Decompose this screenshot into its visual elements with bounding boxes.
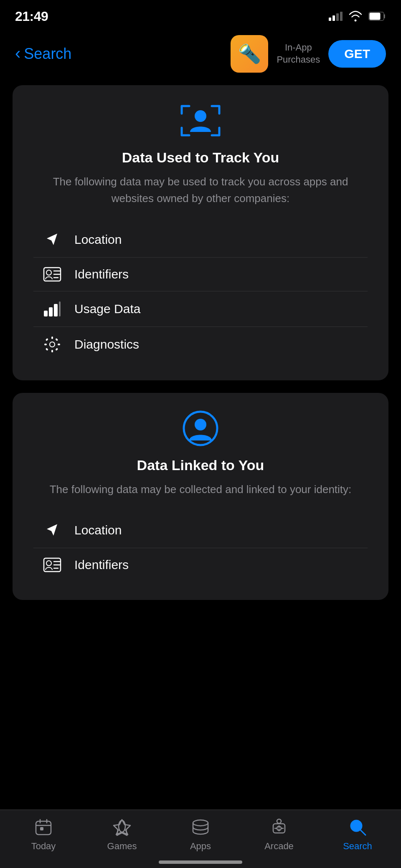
svg-point-22 [195, 419, 206, 430]
linked-items: Location Identifiers [33, 513, 368, 582]
list-item: Diagnostics [33, 326, 368, 362]
in-app-purchases-label: In-AppPurchases [277, 42, 320, 66]
tracking-title: Data Used to Track You [33, 149, 368, 166]
tab-apps-label: Apps [190, 841, 211, 852]
tab-games-label: Games [107, 841, 137, 852]
linked-subtitle: The following data may be collected and … [33, 481, 368, 498]
svg-rect-9 [49, 307, 53, 316]
svg-point-34 [193, 820, 208, 826]
signal-icon [329, 12, 343, 21]
linked-icon [33, 410, 368, 447]
location-label: Location [74, 233, 122, 247]
today-icon [33, 817, 54, 838]
svg-rect-15 [44, 344, 47, 345]
svg-rect-13 [51, 337, 53, 339]
scroll-content: Data Used to Track You The following dat… [0, 81, 401, 667]
apps-icon [190, 817, 211, 838]
svg-point-33 [119, 820, 125, 832]
svg-rect-1 [370, 13, 381, 20]
get-button[interactable]: GET [328, 40, 386, 68]
tab-games[interactable]: Games [97, 817, 147, 852]
svg-rect-19 [46, 348, 48, 351]
battery-icon [368, 12, 386, 21]
tab-search-label: Search [343, 841, 372, 852]
svg-point-24 [46, 561, 51, 566]
tab-today-label: Today [31, 841, 56, 852]
identifiers-icon [42, 557, 63, 572]
svg-rect-20 [55, 338, 58, 341]
games-icon [112, 817, 132, 838]
back-label: Search [24, 45, 71, 63]
svg-line-44 [360, 830, 365, 835]
diagnostics-icon [42, 336, 63, 353]
location-label: Location [74, 523, 122, 537]
tab-search[interactable]: Search [332, 817, 383, 852]
svg-point-36 [277, 819, 281, 823]
svg-rect-11 [59, 301, 61, 316]
search-icon [347, 817, 368, 838]
status-icons [329, 11, 386, 22]
location-icon [42, 522, 63, 539]
tracking-items: Location Identifiers [33, 222, 368, 362]
identifiers-label: Identifiers [74, 558, 129, 572]
svg-rect-10 [54, 304, 58, 316]
usage-data-label: Usage Data [74, 302, 140, 316]
svg-rect-16 [58, 344, 60, 345]
home-indicator [159, 860, 242, 864]
cards-container: Data Used to Track You The following dat… [0, 81, 401, 604]
svg-rect-14 [51, 350, 53, 352]
app-icon-emoji: 🔦 [238, 43, 261, 65]
tab-arcade-label: Arcade [264, 841, 294, 852]
wifi-icon [348, 11, 363, 22]
diagnostics-label: Diagnostics [74, 337, 139, 352]
linked-title: Data Linked to You [33, 457, 368, 473]
back-button[interactable]: ‹ Search [15, 45, 71, 63]
usage-data-icon [42, 301, 63, 317]
svg-rect-18 [55, 348, 58, 351]
list-item: Usage Data [33, 291, 368, 326]
svg-point-2 [195, 110, 206, 122]
tab-apps[interactable]: Apps [175, 817, 226, 852]
svg-rect-32 [40, 827, 43, 830]
header: ‹ Search 🔦 In-AppPurchases GET [0, 29, 401, 81]
arcade-icon [269, 817, 289, 838]
location-icon [42, 231, 63, 248]
tab-bar: Today Games Apps [0, 810, 401, 868]
linked-card: Data Linked to You The following data ma… [13, 393, 388, 600]
tracking-subtitle: The following data may be used to track … [33, 173, 368, 207]
svg-point-4 [46, 270, 51, 275]
svg-rect-8 [44, 311, 48, 316]
list-item: Location [33, 513, 368, 548]
tracking-card: Data Used to Track You The following dat… [13, 85, 388, 380]
svg-point-12 [50, 342, 54, 347]
tab-today[interactable]: Today [18, 817, 69, 852]
back-chevron-icon: ‹ [15, 44, 20, 63]
tab-arcade[interactable]: Arcade [254, 817, 304, 852]
svg-rect-17 [46, 338, 48, 341]
identifiers-icon [42, 267, 63, 282]
status-bar: 21:49 [0, 0, 401, 29]
identifiers-label: Identifiers [74, 267, 129, 281]
status-time: 21:49 [15, 9, 48, 24]
tracking-icon [33, 102, 368, 139]
list-item: Identifiers [33, 257, 368, 291]
list-item: Location [33, 222, 368, 257]
app-icon: 🔦 [231, 35, 268, 73]
list-item: Identifiers [33, 548, 368, 582]
